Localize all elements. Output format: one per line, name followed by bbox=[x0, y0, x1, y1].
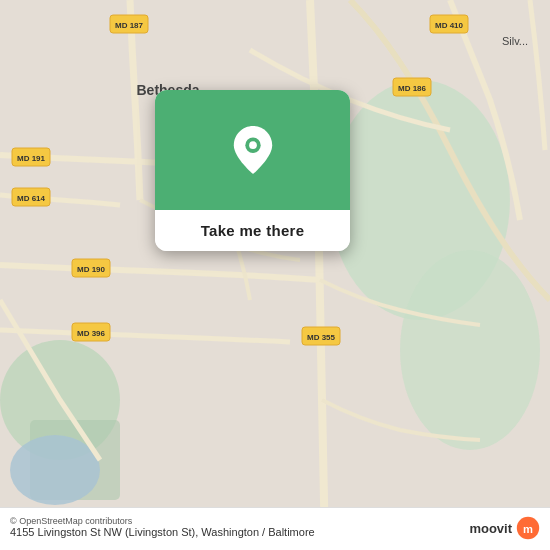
map-container: MD 187 MD 410 MD 191 MD 186 MD 614 MD 19… bbox=[0, 0, 550, 550]
svg-text:MD 186: MD 186 bbox=[398, 84, 427, 93]
svg-text:MD 187: MD 187 bbox=[115, 21, 144, 30]
svg-text:MD 410: MD 410 bbox=[435, 21, 464, 30]
popup-card: Take me there bbox=[155, 90, 350, 251]
svg-text:MD 614: MD 614 bbox=[17, 194, 46, 203]
moovit-logo-text: moovit bbox=[469, 521, 512, 536]
moovit-logo: moovit m bbox=[469, 516, 540, 540]
map-attribution: © OpenStreetMap contributors bbox=[10, 516, 315, 526]
svg-point-2 bbox=[400, 250, 540, 450]
address-text: 4155 Livingston St NW (Livingston St), W… bbox=[10, 526, 315, 538]
bottom-content: © OpenStreetMap contributors 4155 Living… bbox=[10, 516, 315, 540]
popup-map-area bbox=[155, 90, 350, 210]
location-pin-icon bbox=[233, 126, 273, 174]
svg-text:MD 396: MD 396 bbox=[77, 329, 106, 338]
svg-text:MD 355: MD 355 bbox=[307, 333, 336, 342]
svg-text:Silv...: Silv... bbox=[502, 35, 528, 47]
moovit-brand-icon: m bbox=[516, 516, 540, 540]
svg-point-5 bbox=[10, 435, 100, 505]
svg-text:MD 190: MD 190 bbox=[77, 265, 106, 274]
svg-text:m: m bbox=[523, 523, 533, 535]
svg-point-25 bbox=[249, 141, 257, 149]
svg-text:MD 191: MD 191 bbox=[17, 154, 46, 163]
map-background: MD 187 MD 410 MD 191 MD 186 MD 614 MD 19… bbox=[0, 0, 550, 550]
bottom-bar: © OpenStreetMap contributors 4155 Living… bbox=[0, 507, 550, 550]
take-me-there-button[interactable]: Take me there bbox=[155, 210, 350, 251]
